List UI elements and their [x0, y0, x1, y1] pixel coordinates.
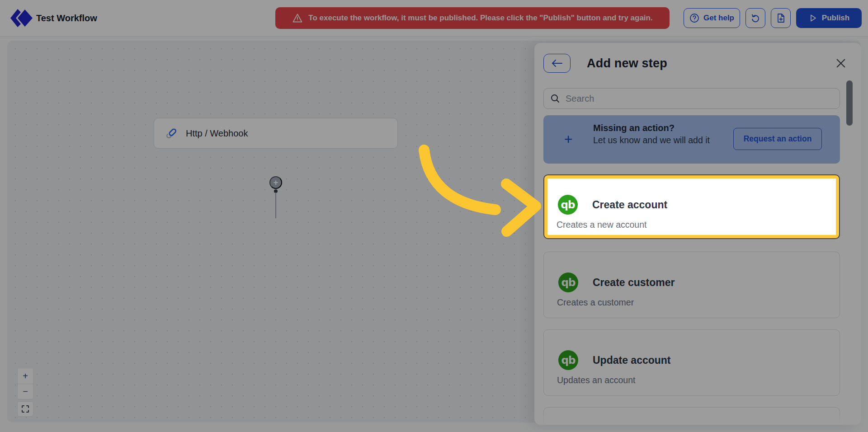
action-description: Creates a customer: [557, 297, 634, 308]
workflow-app: Test Workflow To execute the workflow, i…: [0, 0, 868, 432]
quickbooks-icon: qb: [558, 272, 578, 292]
zoom-controls: + −: [17, 368, 33, 399]
action-card-inner: qb Create account Creates a new account: [547, 178, 836, 235]
action-card-create-account[interactable]: qb Create account Creates a new account: [543, 174, 840, 239]
missing-action-text: Missing an action? Let us know and we wi…: [593, 115, 720, 146]
action-card-row: qb Create customer: [558, 272, 675, 292]
panel-scrollbar[interactable]: [846, 80, 853, 126]
help-icon: [689, 13, 699, 23]
search-input[interactable]: [566, 94, 833, 104]
missing-action-subtitle: Let us know and we will add it: [593, 135, 720, 146]
back-arrow-icon: [551, 59, 563, 68]
fit-view-button[interactable]: [17, 401, 33, 417]
action-card-update-account[interactable]: qb Update account Updates an account: [543, 329, 840, 396]
action-description: Updates an account: [557, 375, 635, 385]
action-card-row: qb Update account: [558, 350, 671, 370]
publish-alert-banner: To execute the workflow, it must be publ…: [275, 7, 670, 29]
request-action-button[interactable]: Request an action: [733, 128, 822, 150]
new-document-button[interactable]: [771, 8, 791, 28]
app-logo-icon[interactable]: [10, 8, 33, 28]
get-help-label: Get help: [703, 14, 734, 23]
connector-line: [275, 193, 276, 218]
quickbooks-icon: qb: [558, 195, 578, 215]
action-card-create-customer[interactable]: qb Create customer Creates a customer: [543, 252, 840, 318]
fit-view-icon: [21, 405, 29, 413]
quickbooks-icon: qb: [558, 350, 578, 370]
top-bar: Test Workflow To execute the workflow, i…: [0, 0, 868, 37]
action-card-row: qb Create account: [558, 195, 667, 215]
search-box: [543, 88, 840, 109]
undo-icon: [750, 13, 761, 23]
search-icon: [550, 94, 560, 103]
get-help-button[interactable]: Get help: [684, 8, 740, 28]
action-title: Create account: [592, 199, 667, 211]
warning-icon: [292, 13, 303, 23]
add-step-panel: Add new step + M: [534, 43, 861, 425]
link-icon: [166, 127, 179, 140]
close-panel-button[interactable]: [834, 56, 848, 70]
action-description: Creates a new account: [557, 220, 646, 230]
zoom-in-button[interactable]: +: [18, 368, 33, 384]
add-step-plus-button[interactable]: +: [269, 176, 282, 189]
publish-label: Publish: [822, 14, 849, 23]
publish-button[interactable]: Publish: [796, 8, 862, 28]
undo-button[interactable]: [745, 8, 765, 28]
play-icon: [808, 14, 817, 23]
missing-action-title: Missing an action?: [593, 122, 720, 134]
alert-text: To execute the workflow, it must be publ…: [308, 14, 652, 23]
action-card-partial[interactable]: [543, 407, 840, 425]
plus-icon: +: [543, 115, 593, 164]
node-title: Http / Webhook: [186, 128, 248, 139]
workflow-title: Test Workflow: [36, 0, 97, 37]
close-icon: [835, 57, 847, 69]
action-title: Update account: [593, 354, 671, 366]
panel-header: Add new step: [543, 54, 852, 73]
missing-action-banner: + Missing an action? Let us know and we …: [543, 115, 840, 164]
back-button[interactable]: [543, 54, 571, 73]
panel-title: Add new step: [587, 56, 667, 70]
new-document-icon: [775, 13, 786, 23]
zoom-out-button[interactable]: −: [18, 384, 33, 399]
top-bar-actions: Get help: [684, 8, 862, 28]
node-http-webhook[interactable]: Http / Webhook: [154, 118, 398, 149]
action-title: Create customer: [593, 277, 675, 289]
